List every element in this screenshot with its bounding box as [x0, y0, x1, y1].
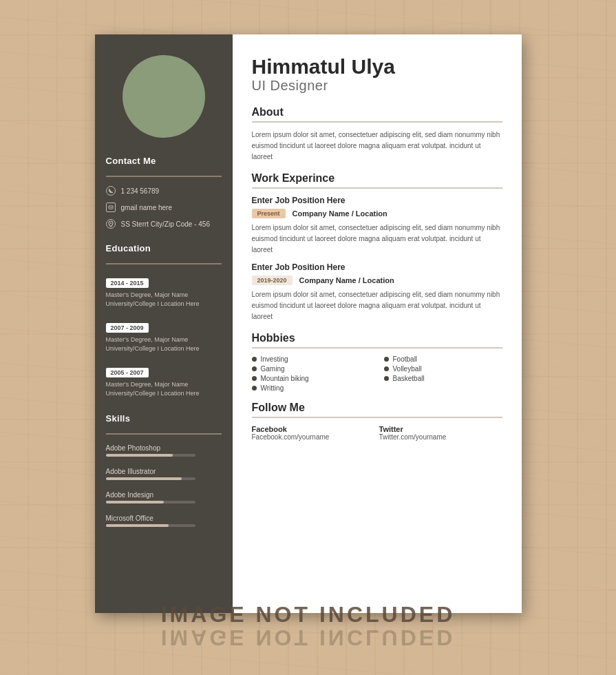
- job-desc-2: Lorem ipsum dolor sit amet, consectetuer…: [252, 289, 502, 322]
- hobby-dot: [384, 357, 389, 362]
- hobby-dot: [252, 386, 257, 391]
- skill-name-3: Adobe Indesign: [106, 491, 222, 499]
- skill-bar-fill-3: [106, 501, 164, 503]
- follow-twitter: Twitter Twitter.com/yourname: [379, 425, 502, 441]
- email-address: gmail name here: [121, 204, 172, 211]
- skill-bar-bg-4: [106, 524, 195, 527]
- hobby-gaming: Gaming: [252, 365, 370, 373]
- skill-bar-bg-1: [106, 454, 195, 457]
- email-icon: [106, 202, 116, 212]
- hobby-investing: Investing: [252, 355, 370, 363]
- twitter-title: Twitter: [379, 425, 502, 433]
- present-badge-1: Present: [252, 209, 286, 218]
- person-name: Himmatul Ulya: [252, 55, 502, 78]
- skills-divider: [106, 433, 222, 435]
- skill-illustrator: Adobe Illustrator: [95, 465, 233, 483]
- phone-number: 1 234 56789: [121, 187, 160, 195]
- hobby-volleyball: Volleyball: [384, 365, 502, 373]
- skill-msoffice: Microsoft Office: [95, 512, 233, 530]
- skill-bar-fill-2: [106, 477, 182, 480]
- avatar-area: [95, 34, 233, 152]
- company-location-1: Company Name / Location: [293, 209, 387, 218]
- hobby-writting: Writting: [252, 384, 370, 392]
- job-meta-1: Present Company Name / Location: [252, 209, 502, 218]
- hobby-dot: [384, 376, 389, 381]
- skill-bar-fill-1: [106, 454, 173, 457]
- about-text: Lorem ipsum dolor sit amet, consectetuer…: [252, 129, 502, 163]
- about-section-title: About: [252, 106, 502, 118]
- edu-entry-3: 2005 - 2007 Master's Degree, Major NameU…: [95, 361, 233, 402]
- skill-bar-bg-3: [106, 501, 195, 503]
- skill-name-1: Adobe Photoshop: [106, 444, 222, 452]
- skills-section-title: Skills: [95, 409, 233, 428]
- hobby-football: Football: [384, 355, 502, 363]
- contact-address: SS Sterrt City/Zip Code - 456: [95, 217, 233, 231]
- twitter-url: Twitter.com/yourname: [379, 433, 502, 441]
- skill-bar-fill-4: [106, 524, 169, 527]
- watermark-text: IMAGE NOT INCLUDED: [0, 602, 616, 627]
- hobbies-grid: Investing Football Gaming Volleyball Mou…: [252, 355, 502, 392]
- hobby-dot: [252, 376, 257, 381]
- watermark-area: IMAGE NOT INCLUDED IMAGE NOT INCLUDED: [0, 602, 616, 647]
- hobby-mountain-biking: Mountain biking: [252, 375, 370, 382]
- edu-detail-3: Master's Degree, Major NameUniversity/Co…: [106, 380, 222, 397]
- edu-year-2: 2007 - 2009: [106, 323, 149, 333]
- hobbies-section-title: Hobbies: [252, 332, 502, 344]
- follow-grid: Facebook Facebook.com/yourname Twitter T…: [252, 425, 502, 441]
- svg-rect-0: [109, 206, 113, 209]
- hobby-name: Investing: [261, 355, 288, 363]
- hobby-dot: [252, 366, 257, 371]
- main-content: Himmatul Ulya UI Designer About Lorem ip…: [233, 34, 522, 613]
- hobby-name: Football: [393, 355, 418, 363]
- address-text: SS Sterrt City/Zip Code - 456: [121, 220, 211, 228]
- edu-entry-1: 2014 - 2015 Master's Degree, Major NameU…: [95, 271, 233, 312]
- person-title: UI Designer: [252, 78, 502, 94]
- hobby-name: Writting: [261, 384, 284, 392]
- work-section-title: Work Experince: [252, 172, 502, 185]
- sidebar: Contact Me 1 234 56789 gmail name here: [95, 34, 233, 613]
- watermark-reflected: IMAGE NOT INCLUDED: [0, 627, 616, 647]
- svg-point-1: [110, 222, 111, 224]
- hobby-name: Volleyball: [393, 365, 422, 373]
- edu-year-1: 2014 - 2015: [106, 278, 149, 288]
- company-location-2: Company Name / Location: [299, 276, 394, 284]
- hobby-name: Mountain biking: [261, 375, 309, 382]
- education-section-title: Education: [95, 239, 233, 258]
- job-position-2: Enter Job Position Here: [252, 262, 502, 272]
- job-position-1: Enter Job Position Here: [252, 196, 502, 205]
- skill-photoshop: Adobe Photoshop: [95, 442, 233, 459]
- contact-divider: [106, 176, 222, 177]
- job-desc-1: Lorem ipsum dolor sit amet, consectetuer…: [252, 222, 502, 256]
- edu-year-3: 2005 - 2007: [106, 368, 149, 377]
- location-icon: [106, 219, 116, 229]
- name-title-area: Himmatul Ulya UI Designer: [252, 55, 502, 94]
- facebook-title: Facebook: [252, 425, 375, 433]
- facebook-url: Facebook.com/yourname: [252, 433, 375, 441]
- skill-name-4: Microsoft Office: [106, 515, 222, 522]
- follow-facebook: Facebook Facebook.com/yourname: [252, 425, 375, 441]
- phone-icon: [106, 186, 116, 196]
- work-line: [252, 187, 502, 189]
- hobby-dot: [384, 366, 389, 371]
- hobby-name: Gaming: [261, 365, 285, 373]
- year-badge-2: 2019-2020: [252, 276, 293, 285]
- contact-email: gmail name here: [95, 200, 233, 214]
- hobby-dot: [252, 357, 257, 362]
- edu-detail-2: Master's Degree, Major NameUniversity/Co…: [106, 335, 222, 353]
- follow-line: [252, 417, 502, 418]
- edu-detail-1: Master's Degree, Major NameUniversity/Co…: [106, 291, 222, 308]
- education-divider: [106, 263, 222, 264]
- skill-name-2: Adobe Illustrator: [106, 468, 222, 475]
- follow-section-title: Follow Me: [252, 402, 502, 414]
- hobby-name: Basketball: [393, 375, 425, 382]
- avatar: [123, 55, 205, 138]
- skill-indesign: Adobe Indesign: [95, 488, 233, 506]
- skill-bar-bg-2: [106, 477, 195, 480]
- edu-entry-2: 2007 - 2009 Master's Degree, Major NameU…: [95, 316, 233, 357]
- about-line: [252, 121, 502, 123]
- contact-phone: 1 234 56789: [95, 184, 233, 198]
- hobbies-line: [252, 347, 502, 349]
- contact-section-title: Contact Me: [95, 152, 233, 170]
- resume-document: Contact Me 1 234 56789 gmail name here: [95, 34, 522, 613]
- job-meta-2: 2019-2020 Company Name / Location: [252, 276, 502, 285]
